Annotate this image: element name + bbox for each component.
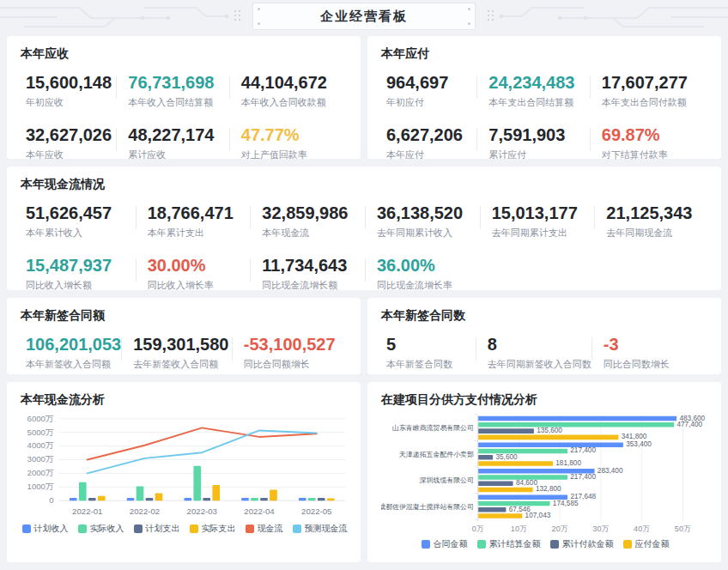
legend-swatch-icon: [246, 525, 254, 533]
legend-item[interactable]: 应付金额: [623, 538, 670, 550]
stat-label: 对下结算付款率: [602, 149, 709, 161]
legend-swatch-icon: [477, 540, 486, 549]
stat-yoy-cashflow-growth-amount: 11,734,643 同比现金流增长额: [250, 256, 365, 292]
stat-yoy-cashflow-growth-rate: 36.00% 同比现金流增长率: [365, 256, 480, 292]
stat-ytd-cashflow: 32,859,986 本年现金流: [250, 203, 365, 240]
stat-value: 964,697: [386, 73, 476, 93]
legend-swatch-icon: [293, 525, 301, 533]
legend-item[interactable]: 计划支出: [134, 523, 180, 535]
stat-expense-contract-payment: 17,607,277 本年支出合同付款额: [590, 73, 709, 109]
svg-text:成都佐伊混凝土搅拌站有限公司: 成都佐伊混凝土搅拌站有限公司: [381, 503, 474, 511]
stat-value: 32,859,986: [262, 203, 365, 223]
stat-value: 159,301,580: [133, 335, 232, 355]
svg-text:135,600: 135,600: [537, 427, 562, 434]
legend-item[interactable]: 现金流: [246, 523, 283, 535]
stat-value: 76,731,698: [128, 73, 228, 93]
stat-label: 去年同期现金流: [606, 227, 709, 240]
legend-item[interactable]: 实际收入: [78, 523, 124, 535]
stat-lastyear-newsign-count: 8 去年同期新签收入合同数: [476, 335, 592, 371]
stat-label: 本年支出合同结算额: [488, 96, 589, 109]
stat-lastyear-expense: 15,013,177 去年同期累计支出: [480, 203, 595, 240]
legend-label: 应付金额: [635, 538, 670, 550]
legend-item[interactable]: 预测现金流: [293, 523, 348, 535]
header-dots-right-outer: [488, 10, 494, 21]
stat-value: 51,626,457: [26, 203, 136, 223]
stat-label: 同比收入增长额: [26, 279, 136, 292]
svg-text:0万: 0万: [472, 525, 484, 533]
svg-text:283,400: 283,400: [598, 467, 623, 475]
legend-label: 累计结算金额: [489, 538, 541, 550]
stat-value: 44,104,672: [241, 73, 349, 93]
stat-yoy-income-growth-rate: 30.00% 同比收入增长率: [136, 256, 251, 292]
dashboard-title-box: 企业经营看板: [252, 3, 476, 30]
legend-label: 预测现金流: [305, 523, 348, 535]
stat-cumulative-receivable: 48,227,174 累计应收: [116, 125, 228, 161]
stat-value: 106,201,053: [26, 335, 121, 355]
stat-label: 去年新签收入合同额: [133, 358, 232, 371]
stat-upstream-collection-rate: 47.77% 对上产值回款率: [229, 125, 349, 161]
stat-value: 32,627,026: [26, 125, 116, 145]
page-title: 企业经营看板: [320, 9, 408, 25]
legend-item[interactable]: 累计付款金额: [550, 538, 614, 550]
stat-label: 本年支出合同付款额: [602, 96, 709, 109]
stat-label: 本年应收: [26, 149, 116, 161]
card-cashflow-title: 本年现金流情况: [21, 177, 709, 192]
card-cashflow-analysis-chart: 本年现金流分析 01000万2000万3000万4000万5000万6000万2…: [7, 382, 361, 562]
stat-yoy-income-growth-amount: 15,487,937 同比收入增长额: [21, 256, 136, 292]
card-new-contract-count: 本年新签合同数 5 本年新签合同数 8 去年同期新签收入合同数 -3 同比合同数…: [367, 298, 721, 374]
svg-text:107,043: 107,043: [525, 512, 551, 519]
stat-label: 本年新签合同数: [386, 358, 476, 371]
stat-value: 15,487,937: [26, 256, 136, 276]
stat-label: 去年同期累计收入: [377, 227, 480, 240]
stat-income-contract-settlement: 76,731,698 本年收入合同结算额: [116, 73, 228, 109]
stat-value: 5: [386, 335, 476, 355]
card-contract-count-title: 本年新签合同数: [381, 308, 709, 324]
svg-text:84,600: 84,600: [516, 479, 538, 487]
svg-text:20万: 20万: [552, 525, 568, 533]
stat-value: 24,234,483: [488, 73, 589, 93]
legend-swatch-icon: [22, 525, 31, 533]
stat-value: 18,766,471: [148, 203, 251, 223]
stat-label: 本年收入合同结算额: [128, 96, 228, 109]
svg-text:1000万: 1000万: [27, 482, 54, 491]
stat-value: 15,013,177: [492, 203, 595, 223]
circuit-decoration-left: [0, 0, 239, 34]
cashflow-chart-title: 本年现金流分析: [21, 392, 349, 408]
stat-year-start-payable: 964,697 年初应付: [381, 73, 476, 109]
stat-label: 同比合同数增长: [604, 358, 709, 371]
svg-text:10万: 10万: [511, 525, 527, 533]
stat-cumulative-payable: 7,591,903 累计应付: [476, 125, 589, 161]
card-supplier-payment-chart: 在建项目分供方支付情况分析 0万10万20万30万40万50万山东青睢商流贸易有…: [367, 382, 721, 562]
stat-ytd-expense: 18,766,471 本年累计支出: [136, 203, 251, 240]
card-payable-title: 本年应付: [381, 46, 709, 62]
stat-lastyear-newsign-amount: 159,301,580 去年新签收入合同额: [121, 335, 232, 371]
svg-text:477,400: 477,400: [676, 421, 702, 428]
svg-text:5000万: 5000万: [27, 428, 54, 437]
stat-label: 本年应付: [386, 149, 476, 161]
legend-item[interactable]: 合同金额: [422, 538, 468, 550]
svg-text:353,400: 353,400: [626, 440, 652, 448]
legend-swatch-icon: [623, 540, 632, 549]
legend-item[interactable]: 累计结算金额: [477, 538, 541, 550]
legend-label: 计划收入: [34, 523, 69, 535]
svg-text:30万: 30万: [592, 525, 609, 533]
legend-swatch-icon: [190, 525, 198, 533]
card-cashflow-summary: 本年现金流情况 51,626,457 本年累计收入 18,766,471 本年累…: [7, 167, 721, 290]
stat-value: 30.00%: [148, 256, 251, 276]
svg-text:50万: 50万: [675, 525, 691, 533]
stat-value: 48,227,174: [128, 125, 228, 145]
supplier-chart-legend: 合同金额累计结算金额累计付款金额应付金额: [381, 538, 709, 550]
legend-item[interactable]: 计划收入: [22, 523, 69, 535]
legend-item[interactable]: 实际支出: [190, 523, 236, 535]
stat-yoy-contract-count-growth: -3 同比合同数增长: [592, 335, 709, 371]
stat-value: 21,125,343: [606, 203, 709, 223]
svg-text:2022-05: 2022-05: [301, 506, 331, 516]
svg-text:2022-04: 2022-04: [244, 506, 275, 516]
legend-label: 现金流: [258, 523, 283, 535]
stat-label: 去年同期累计支出: [492, 227, 595, 240]
stat-label: 累计应付: [488, 149, 589, 161]
stat-value: 11,734,643: [262, 256, 365, 276]
stat-value: 36,138,520: [377, 203, 480, 223]
title-corner-dot: [468, 8, 470, 10]
card-payable: 本年应付 964,697 年初应付 24,234,483 本年支出合同结算额 1…: [367, 36, 721, 159]
